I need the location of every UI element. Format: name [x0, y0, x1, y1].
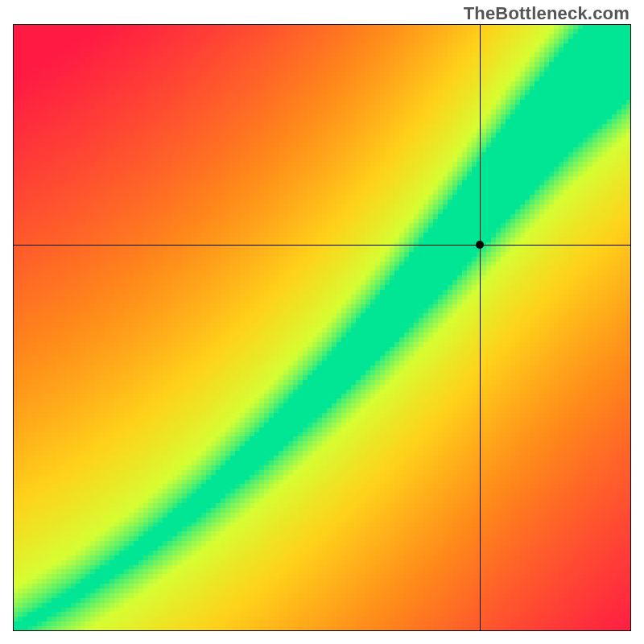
plot-area	[13, 24, 631, 631]
crosshair-vertical	[480, 24, 481, 631]
chart-container: TheBottleneck.com	[0, 0, 644, 644]
heatmap-canvas	[13, 24, 631, 631]
crosshair-horizontal	[13, 245, 631, 246]
watermark-text: TheBottleneck.com	[464, 3, 630, 24]
